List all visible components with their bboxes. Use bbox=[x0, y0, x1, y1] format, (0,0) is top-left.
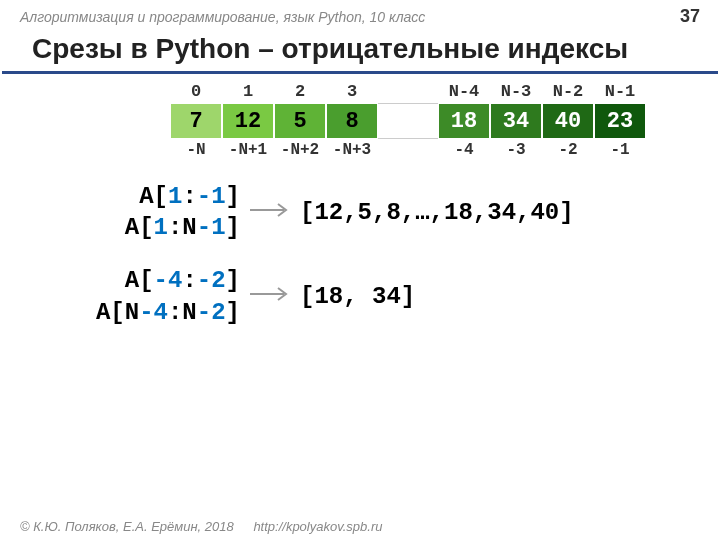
code: ] bbox=[226, 214, 240, 241]
idx: N-2 bbox=[542, 82, 594, 101]
neg-idx-gap bbox=[378, 141, 438, 159]
neg-idx: -N+1 bbox=[222, 141, 274, 159]
array-cell: 5 bbox=[274, 103, 326, 139]
arrow-icon bbox=[240, 283, 300, 310]
code: A[N bbox=[96, 299, 139, 326]
neg-idx: -N+3 bbox=[326, 141, 378, 159]
idx: 1 bbox=[222, 82, 274, 101]
copyright: © К.Ю. Поляков, Е.А. Ерёмин, 2018 bbox=[20, 519, 234, 534]
neg-idx: -N+2 bbox=[274, 141, 326, 159]
course-title: Алгоритмизация и программирование, язык … bbox=[20, 9, 425, 25]
array-cell: 18 bbox=[438, 103, 490, 139]
idx: 2 bbox=[274, 82, 326, 101]
code: -1 bbox=[197, 214, 226, 241]
array-cell: 12 bbox=[222, 103, 274, 139]
array-cell: 8 bbox=[326, 103, 378, 139]
code: :N bbox=[168, 214, 197, 241]
idx: N-1 bbox=[594, 82, 646, 101]
code: -4 bbox=[154, 267, 183, 294]
code: A[ bbox=[125, 214, 154, 241]
example-result: [12,5,8,…,18,34,40] bbox=[300, 199, 574, 226]
example-result: [18, 34] bbox=[300, 283, 415, 310]
array-gap bbox=[378, 103, 438, 139]
neg-idx: -N bbox=[170, 141, 222, 159]
example-1: A[1:-1] A[1:N-1] [12,5,8,…,18,34,40] bbox=[30, 181, 690, 243]
example-code: A[1:-1] A[1:N-1] bbox=[30, 181, 240, 243]
code: -2 bbox=[197, 267, 226, 294]
neg-idx: -4 bbox=[438, 141, 490, 159]
idx: N-3 bbox=[490, 82, 542, 101]
code: 1 bbox=[154, 214, 168, 241]
slide-content: 0 1 2 3 N-4 N-3 N-2 N-1 7 12 5 8 18 34 4… bbox=[0, 74, 720, 336]
slide-header: Алгоритмизация и программирование, язык … bbox=[0, 0, 720, 29]
code: A[ bbox=[125, 267, 154, 294]
neg-idx: -2 bbox=[542, 141, 594, 159]
code: -2 bbox=[197, 299, 226, 326]
neg-idx: -1 bbox=[594, 141, 646, 159]
idx-gap bbox=[378, 82, 438, 101]
array-cell: 23 bbox=[594, 103, 646, 139]
code: :N bbox=[168, 299, 197, 326]
footer-url: http://kpolyakov.spb.ru bbox=[253, 519, 382, 534]
top-index-row: 0 1 2 3 N-4 N-3 N-2 N-1 bbox=[170, 82, 690, 101]
code: ] bbox=[226, 267, 240, 294]
arrow-icon bbox=[240, 199, 300, 226]
bottom-index-row: -N -N+1 -N+2 -N+3 -4 -3 -2 -1 bbox=[170, 141, 690, 159]
idx: 0 bbox=[170, 82, 222, 101]
array-cell: 34 bbox=[490, 103, 542, 139]
code: -1 bbox=[197, 183, 226, 210]
slide-title: Срезы в Python – отрицательные индексы bbox=[2, 29, 718, 74]
code: 1 bbox=[168, 183, 182, 210]
idx: 3 bbox=[326, 82, 378, 101]
code: ] bbox=[226, 183, 240, 210]
code: A[ bbox=[139, 183, 168, 210]
array-cell: 7 bbox=[170, 103, 222, 139]
idx: N-4 bbox=[438, 82, 490, 101]
code: : bbox=[182, 183, 196, 210]
example-code: A[-4:-2] A[N-4:N-2] bbox=[30, 265, 240, 327]
code: ] bbox=[226, 299, 240, 326]
page-number: 37 bbox=[680, 6, 700, 27]
slide-footer: © К.Ю. Поляков, Е.А. Ерёмин, 2018 http:/… bbox=[20, 519, 382, 534]
code: : bbox=[182, 267, 196, 294]
array-row: 7 12 5 8 18 34 40 23 bbox=[170, 103, 690, 139]
code: -4 bbox=[139, 299, 168, 326]
neg-idx: -3 bbox=[490, 141, 542, 159]
array-cell: 40 bbox=[542, 103, 594, 139]
example-2: A[-4:-2] A[N-4:N-2] [18, 34] bbox=[30, 265, 690, 327]
